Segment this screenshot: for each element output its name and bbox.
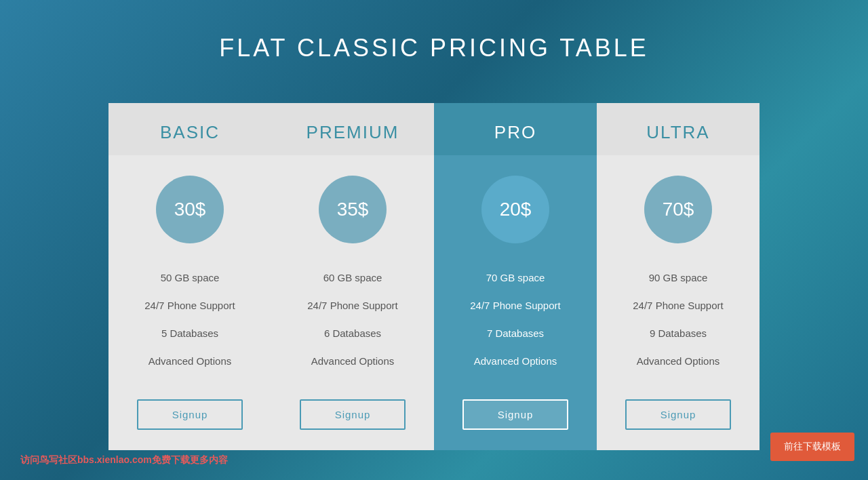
price-text-basic: 30$ [174,199,206,220]
feature-item: 50 GB space [108,264,271,292]
feature-item: Advanced Options [108,347,271,375]
price-circle-pro: 20$ [481,176,549,243]
plan-header-pro: PRO [434,103,597,155]
feature-item: Advanced Options [434,347,597,375]
plan-premium: PREMIUM35$60 GB space24/7 Phone Support6… [271,103,434,450]
page-title: FLAT CLASSIC PRICING TABLE [219,34,649,62]
plan-features-premium: 60 GB space24/7 Phone Support6 Databases… [271,230,434,388]
price-text-premium: 35$ [337,199,369,220]
plan-name-premium: PREMIUM [271,122,434,143]
download-button[interactable]: 前往下载模板 [770,433,854,461]
plan-ultra: ULTRA70$90 GB space24/7 Phone Support9 D… [597,103,760,450]
plan-header-premium: PREMIUM [271,103,434,155]
feature-item: 24/7 Phone Support [434,292,597,319]
watermark: 访问鸟写社区bbs.xienlao.com免费下载更多内容 [20,454,228,466]
plan-name-basic: BASIC [108,122,271,143]
plan-basic: BASIC30$50 GB space24/7 Phone Support5 D… [108,103,271,450]
price-circle-basic: 30$ [156,176,224,243]
price-circle-ultra: 70$ [644,176,712,243]
price-text-ultra: 70$ [663,199,694,220]
plan-header-basic: BASIC [108,103,271,155]
signup-button-ultra[interactable]: Signup [625,399,732,430]
plan-features-pro: 70 GB space24/7 Phone Support7 Databases… [434,230,597,388]
price-text-pro: 20$ [500,199,532,220]
feature-item: 60 GB space [271,264,434,292]
feature-item: 5 Databases [108,319,271,347]
feature-item: 7 Databases [434,319,597,347]
price-circle-premium: 35$ [319,176,387,243]
feature-item: 6 Databases [271,319,434,347]
feature-item: 9 Databases [597,319,760,347]
plan-features-ultra: 90 GB space24/7 Phone Support9 Databases… [597,230,760,388]
plan-features-basic: 50 GB space24/7 Phone Support5 Databases… [108,230,271,388]
feature-item: Advanced Options [597,347,760,375]
plan-name-ultra: ULTRA [597,122,760,143]
feature-item: 24/7 Phone Support [108,292,271,319]
plan-name-pro: PRO [434,122,597,143]
signup-button-pro[interactable]: Signup [462,399,569,430]
pricing-table: BASIC30$50 GB space24/7 Phone Support5 D… [108,103,760,450]
signup-button-basic[interactable]: Signup [137,399,243,430]
feature-item: Advanced Options [271,347,434,375]
feature-item: 90 GB space [597,264,760,292]
plan-pro: PRO20$70 GB space24/7 Phone Support7 Dat… [434,103,597,450]
plan-header-ultra: ULTRA [597,103,760,155]
feature-item: 70 GB space [434,264,597,292]
feature-item: 24/7 Phone Support [597,292,760,319]
signup-button-premium[interactable]: Signup [300,399,406,430]
feature-item: 24/7 Phone Support [271,292,434,319]
